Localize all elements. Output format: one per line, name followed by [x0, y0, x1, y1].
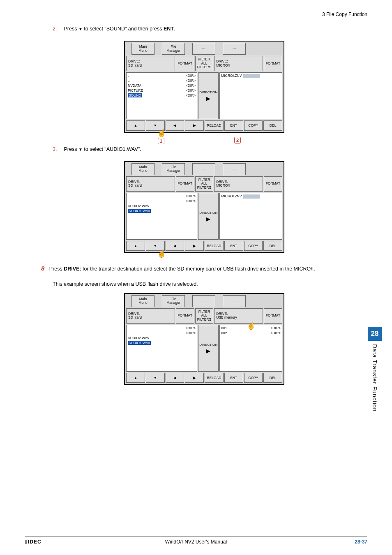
ent-button[interactable]: ENT	[224, 373, 243, 383]
reload-button[interactable]: RELOAD	[205, 120, 224, 131]
page-footer: ▮IDEC WindO/I-NV2 User's Manual 28-37	[25, 536, 367, 545]
left-file-list[interactable]: .<DIR> ..<DIR> AUDIO2.WAV AUDIO1.WAV	[126, 193, 197, 240]
right-button[interactable]: ▶	[185, 241, 204, 251]
del-button[interactable]: DEL	[263, 373, 282, 383]
right-file-list[interactable]: MICROI.ZNV	[219, 72, 282, 119]
pointer-hand-icon: ☝	[157, 249, 166, 258]
ent-button[interactable]: ENT	[224, 120, 243, 131]
down-button[interactable]: ▼	[146, 373, 165, 383]
format-right-button[interactable]: FORMAT	[264, 56, 282, 71]
copy-button[interactable]: COPY	[244, 373, 263, 383]
chapter-label: Data Transfer Function	[371, 344, 378, 412]
footer-page: 28-37	[355, 539, 367, 545]
drive-microi[interactable]: DRIVE: MICRO/I	[214, 56, 263, 71]
bc-file-manager[interactable]: File Manager	[162, 295, 185, 307]
bc-empty1: ---	[192, 43, 215, 55]
step-num: 2.	[53, 25, 60, 33]
step-2: 2. Press ▼ to select "SOUND" and then pr…	[53, 25, 367, 33]
format-left-button[interactable]: FORMAT	[176, 176, 194, 192]
pointer-hand-icon: ☝	[157, 129, 166, 138]
section-header: 3 File Copy Function	[322, 12, 367, 17]
file-manager-screenshot-1: Main Menu File Manager --- --- DRIVE: SD…	[124, 41, 284, 132]
right-button[interactable]: ▶	[185, 373, 204, 383]
bc-empty1: ---	[192, 163, 215, 175]
step-3: 3. Press ▼ to select "AUDIO1.WAV".	[53, 145, 367, 154]
right-file-list[interactable]: 001<DIR> 002<DIR>	[219, 325, 282, 372]
step-8-desc: This example screen shows when a USB fla…	[53, 281, 367, 287]
file-manager-screenshot-3: Main Menu File Manager --- --- DRIVE: SD…	[124, 293, 284, 385]
left-button[interactable]: ◀	[166, 373, 184, 383]
bc-main-menu[interactable]: Main Menu	[131, 163, 154, 175]
left-file-list[interactable]: .<DIR> ..<DIR> AUDIO2.WAV AUDIO1.WAV	[126, 325, 197, 372]
left-file-list[interactable]: .<DIR> ..<DIR> NVDATA<DIR> PICTURE<DIR> …	[126, 72, 197, 119]
format-left-button[interactable]: FORMAT	[176, 56, 194, 71]
drive-sd[interactable]: DRIVE: SD card	[126, 176, 175, 192]
callout-2: 2	[234, 137, 241, 143]
sound-selected[interactable]: SOUND	[128, 93, 142, 97]
step-num: 8	[41, 265, 44, 272]
chapter-tab: 28 Data Transfer Function	[368, 327, 382, 412]
step-num: 3.	[53, 145, 60, 154]
bc-main-menu[interactable]: Main Menu	[131, 43, 154, 55]
header-rule	[25, 20, 367, 20]
left-button[interactable]: ◀	[166, 120, 184, 131]
format-right-button[interactable]: FORMAT	[264, 308, 282, 324]
ent-button[interactable]: ENT	[224, 241, 243, 251]
bc-main-menu[interactable]: Main Menu	[131, 295, 154, 307]
left-button[interactable]: ◀	[166, 241, 184, 251]
filter-button[interactable]: FILTER ALL FILTERS	[195, 308, 213, 324]
callout-1: 1	[158, 138, 164, 144]
up-button[interactable]: ▲	[126, 373, 145, 383]
pointer-hand-icon: ☝	[247, 321, 256, 330]
direction-panel: DIRECTION ▶	[198, 325, 219, 372]
bc-file-manager[interactable]: File Manager	[162, 43, 185, 55]
del-button[interactable]: DEL	[263, 241, 282, 251]
footer-title: WindO/I-NV2 User's Manual	[165, 539, 227, 545]
right-button[interactable]: ▶	[185, 120, 204, 131]
footer-logo: ▮IDEC	[25, 539, 42, 545]
reload-button[interactable]: RELOAD	[205, 373, 224, 383]
drive-sd[interactable]: DRIVE: SD card	[126, 308, 175, 324]
file-manager-screenshot-2: Main Menu File Manager --- --- DRIVE: SD…	[124, 161, 284, 253]
audio1-selected[interactable]: AUDIO1.WAV	[128, 341, 151, 345]
direction-panel: DIRECTION ▶	[198, 193, 219, 240]
up-button[interactable]: ▲	[126, 241, 145, 251]
audio1-selected[interactable]: AUDIO1.WAV	[128, 209, 151, 213]
bc-file-manager[interactable]: File Manager	[162, 163, 185, 175]
bc-empty2: ---	[223, 43, 246, 55]
direction-right-icon: ▶	[198, 95, 218, 102]
up-button[interactable]: ▲	[126, 120, 145, 131]
format-right-button[interactable]: FORMAT	[264, 176, 282, 192]
copy-button[interactable]: COPY	[244, 241, 263, 251]
filter-button[interactable]: FILTER ALL FILTERS	[195, 56, 213, 71]
direction-right-icon: ▶	[198, 348, 218, 354]
step-8: 8 Press DRIVE: for the transfer destinat…	[41, 263, 367, 274]
filter-button[interactable]: FILTER ALL FILTERS	[195, 176, 213, 192]
drive-microi[interactable]: DRIVE: MICRO/I	[214, 176, 263, 192]
reload-button[interactable]: RELOAD	[205, 241, 224, 251]
direction-panel: DIRECTION ▶	[198, 72, 219, 119]
direction-right-icon: ▶	[198, 216, 218, 222]
drive-sd[interactable]: DRIVE: SD card	[126, 56, 175, 71]
copy-button[interactable]: COPY	[244, 120, 263, 131]
chapter-number: 28	[368, 327, 382, 341]
bc-empty1: ---	[192, 295, 215, 307]
format-left-button[interactable]: FORMAT	[176, 308, 194, 324]
bc-empty2: ---	[223, 295, 246, 307]
del-button[interactable]: DEL	[263, 120, 282, 131]
right-file-list[interactable]: MICROI.ZNV	[219, 193, 282, 240]
bc-empty2: ---	[223, 163, 246, 175]
